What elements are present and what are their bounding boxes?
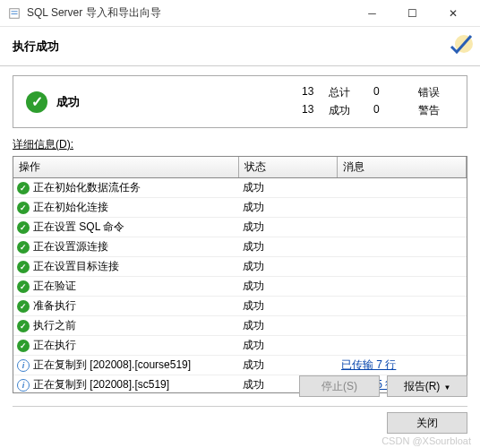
- window-title: SQL Server 导入和导出向导: [27, 5, 352, 21]
- table-row[interactable]: 正在设置源连接成功: [13, 237, 467, 257]
- status-text: 成功: [239, 336, 338, 355]
- table-row[interactable]: 正在初始化数据流任务成功: [13, 178, 467, 198]
- operation-text: 正在初始化连接: [33, 201, 108, 213]
- warn-label: 警告: [418, 103, 454, 118]
- grid-body: 正在初始化数据流任务成功正在初始化连接成功正在设置 SQL 命令成功正在设置源连…: [13, 178, 467, 393]
- warn-count: 0: [373, 103, 418, 118]
- close-window-button[interactable]: ✕: [433, 0, 473, 27]
- minimize-button[interactable]: ─: [352, 0, 392, 27]
- grid-header: 操作 状态 消息: [13, 157, 467, 178]
- close-button[interactable]: 关闭: [387, 412, 467, 434]
- success-icon: [17, 182, 30, 194]
- status-text: 成功: [239, 297, 338, 315]
- svg-rect-1: [12, 11, 18, 12]
- col-operation[interactable]: 操作: [13, 157, 239, 177]
- status-text: 成功: [239, 178, 338, 197]
- svg-rect-2: [12, 13, 18, 14]
- status-text: 成功: [239, 218, 338, 237]
- total-label: 总计: [329, 85, 373, 100]
- success-icon: [17, 241, 30, 254]
- table-row[interactable]: 正在验证成功: [13, 277, 467, 297]
- header-decoration: [448, 30, 475, 60]
- operation-text: 正在设置 SQL 命令: [33, 220, 124, 233]
- table-row[interactable]: 准备执行成功: [13, 297, 467, 316]
- error-label: 错误: [418, 85, 454, 100]
- col-status[interactable]: 状态: [239, 157, 338, 177]
- total-count: 13: [302, 85, 329, 100]
- stop-button: 停止(S): [299, 375, 380, 397]
- app-icon: [7, 6, 21, 21]
- success-icon: [17, 340, 30, 352]
- content-area: 成功 13 总计 0 错误 13 成功 0 警告 详细信息(D): 操作 状态 …: [0, 66, 480, 393]
- success-icon: [17, 320, 30, 332]
- report-button[interactable]: 报告(R)▼: [387, 375, 467, 397]
- wizard-header: 执行成功: [0, 27, 480, 66]
- success-check-icon: [26, 91, 47, 113]
- success-label: 成功: [329, 103, 373, 118]
- table-row[interactable]: 正在设置 SQL 命令成功: [13, 218, 467, 237]
- table-row[interactable]: 执行之前成功: [13, 316, 467, 336]
- success-icon: [17, 261, 30, 273]
- titlebar: SQL Server 导入和导出向导 ─ ☐ ✕: [0, 0, 480, 27]
- operation-text: 正在设置源连接: [33, 240, 108, 253]
- success-icon: [17, 300, 30, 313]
- success-icon: [17, 221, 30, 234]
- status-text: 成功: [239, 198, 338, 217]
- maximize-button[interactable]: ☐: [392, 0, 433, 27]
- table-row[interactable]: 正在执行成功: [13, 336, 467, 356]
- details-grid[interactable]: 操作 状态 消息 正在初始化数据流任务成功正在初始化连接成功正在设置 SQL 命…: [13, 156, 467, 393]
- table-row[interactable]: 正在初始化连接成功: [13, 198, 467, 218]
- operation-text: 正在初始化数据流任务: [33, 181, 141, 194]
- status-text: 成功: [239, 277, 338, 296]
- operation-text: 正在执行: [33, 339, 76, 351]
- button-row-1: 停止(S) 报告(R)▼: [13, 375, 467, 407]
- status-text: 成功: [239, 257, 338, 276]
- summary-box: 成功 13 总计 0 错误 13 成功 0 警告: [13, 75, 467, 128]
- success-count: 13: [302, 103, 329, 118]
- status-text: 成功: [239, 237, 338, 256]
- summary-stats: 13 总计 0 错误 13 成功 0 警告: [302, 85, 454, 118]
- success-icon: [17, 202, 30, 214]
- status-text: 成功: [239, 316, 338, 335]
- button-row-2: 关闭: [13, 412, 467, 434]
- details-label: 详细信息(D):: [13, 137, 467, 152]
- success-icon: [17, 280, 30, 293]
- error-count: 0: [373, 85, 418, 100]
- header-title: 执行成功: [13, 39, 59, 55]
- operation-text: 准备执行: [33, 299, 76, 312]
- summary-label: 成功: [56, 94, 302, 110]
- operation-text: 正在验证: [33, 280, 76, 292]
- table-row[interactable]: 正在设置目标连接成功: [13, 257, 467, 277]
- col-message[interactable]: 消息: [338, 157, 467, 177]
- chevron-down-icon: ▼: [443, 383, 450, 392]
- operation-text: 执行之前: [33, 319, 76, 332]
- watermark: CSDN @XSourbloat: [381, 435, 471, 446]
- operation-text: 正在设置目标连接: [33, 260, 119, 272]
